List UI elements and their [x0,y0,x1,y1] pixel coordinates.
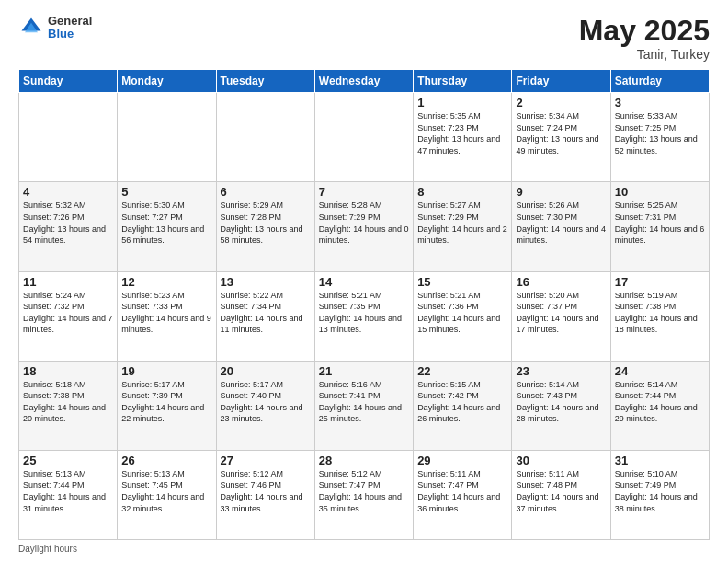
calendar-cell: 8Sunrise: 5:27 AM Sunset: 7:29 PM Daylig… [414,182,512,271]
day-info: Sunrise: 5:32 AM Sunset: 7:26 PM Dayligh… [23,200,113,246]
calendar-cell: 10Sunrise: 5:25 AM Sunset: 7:31 PM Dayli… [610,182,709,271]
day-info: Sunrise: 5:16 AM Sunset: 7:41 PM Dayligh… [319,379,409,425]
calendar-cell: 12Sunrise: 5:23 AM Sunset: 7:33 PM Dayli… [118,271,216,361]
calendar-cell: 29Sunrise: 5:11 AM Sunset: 7:47 PM Dayli… [414,450,512,539]
calendar-day-header: Monday [118,70,216,93]
day-number: 17 [615,275,705,289]
day-number: 15 [417,275,507,289]
day-number: 20 [221,364,311,378]
calendar-cell: 27Sunrise: 5:12 AM Sunset: 7:46 PM Dayli… [216,450,314,539]
calendar-cell: 4Sunrise: 5:32 AM Sunset: 7:26 PM Daylig… [19,182,118,271]
calendar-cell: 25Sunrise: 5:13 AM Sunset: 7:44 PM Dayli… [19,450,118,539]
logo-text: General Blue [48,15,92,41]
calendar-week-row: 1Sunrise: 5:35 AM Sunset: 7:23 PM Daylig… [19,93,710,182]
day-info: Sunrise: 5:34 AM Sunset: 7:24 PM Dayligh… [516,110,606,156]
day-number: 26 [121,454,211,467]
calendar-cell: 26Sunrise: 5:13 AM Sunset: 7:45 PM Dayli… [118,450,216,539]
day-number: 30 [516,454,606,467]
logo-icon [18,15,44,40]
calendar-cell [118,93,216,182]
logo: General Blue [18,15,92,41]
month-title: May 2025 [579,15,710,47]
day-number: 1 [417,96,507,109]
day-number: 25 [23,454,113,467]
calendar-cell: 28Sunrise: 5:12 AM Sunset: 7:47 PM Dayli… [314,450,413,539]
day-info: Sunrise: 5:35 AM Sunset: 7:23 PM Dayligh… [417,110,507,156]
day-info: Sunrise: 5:12 AM Sunset: 7:46 PM Dayligh… [221,468,311,514]
day-number: 16 [516,275,606,289]
calendar-cell: 31Sunrise: 5:10 AM Sunset: 7:49 PM Dayli… [610,450,709,539]
calendar-cell: 11Sunrise: 5:24 AM Sunset: 7:32 PM Dayli… [19,271,118,361]
day-info: Sunrise: 5:13 AM Sunset: 7:44 PM Dayligh… [23,468,113,514]
day-number: 3 [615,96,705,109]
day-info: Sunrise: 5:14 AM Sunset: 7:44 PM Dayligh… [615,379,705,425]
day-number: 11 [23,275,113,289]
day-info: Sunrise: 5:33 AM Sunset: 7:25 PM Dayligh… [615,110,705,156]
day-number: 24 [615,364,705,378]
day-info: Sunrise: 5:17 AM Sunset: 7:39 PM Dayligh… [121,379,211,425]
day-info: Sunrise: 5:20 AM Sunset: 7:37 PM Dayligh… [516,290,606,336]
day-info: Sunrise: 5:22 AM Sunset: 7:34 PM Dayligh… [221,290,311,336]
calendar-cell: 19Sunrise: 5:17 AM Sunset: 7:39 PM Dayli… [118,361,216,450]
day-number: 21 [319,364,409,378]
calendar-cell: 2Sunrise: 5:34 AM Sunset: 7:24 PM Daylig… [512,93,610,182]
logo-blue-text: Blue [48,28,92,40]
calendar-cell [19,93,118,182]
day-number: 12 [121,275,211,289]
day-number: 2 [516,96,606,109]
calendar-cell: 20Sunrise: 5:17 AM Sunset: 7:40 PM Dayli… [216,361,314,450]
calendar-week-row: 18Sunrise: 5:18 AM Sunset: 7:38 PM Dayli… [19,361,710,450]
page: General Blue May 2025 Tanir, Turkey Sund… [0,0,728,563]
calendar-cell [216,93,314,182]
calendar-cell: 6Sunrise: 5:29 AM Sunset: 7:28 PM Daylig… [216,182,314,271]
day-info: Sunrise: 5:23 AM Sunset: 7:33 PM Dayligh… [121,290,211,336]
day-info: Sunrise: 5:13 AM Sunset: 7:45 PM Dayligh… [121,468,211,514]
day-info: Sunrise: 5:24 AM Sunset: 7:32 PM Dayligh… [23,290,113,336]
day-number: 8 [417,185,507,199]
day-info: Sunrise: 5:29 AM Sunset: 7:28 PM Dayligh… [221,200,311,246]
day-number: 27 [221,454,311,467]
day-info: Sunrise: 5:12 AM Sunset: 7:47 PM Dayligh… [319,468,409,514]
day-number: 19 [121,364,211,378]
calendar-cell: 1Sunrise: 5:35 AM Sunset: 7:23 PM Daylig… [414,93,512,182]
calendar-cell: 14Sunrise: 5:21 AM Sunset: 7:35 PM Dayli… [314,271,413,361]
header: General Blue May 2025 Tanir, Turkey [18,15,710,62]
day-info: Sunrise: 5:30 AM Sunset: 7:27 PM Dayligh… [121,200,211,246]
calendar-cell: 21Sunrise: 5:16 AM Sunset: 7:41 PM Dayli… [314,361,413,450]
day-info: Sunrise: 5:26 AM Sunset: 7:30 PM Dayligh… [516,200,606,246]
day-info: Sunrise: 5:15 AM Sunset: 7:42 PM Dayligh… [417,379,507,425]
day-info: Sunrise: 5:25 AM Sunset: 7:31 PM Dayligh… [615,200,705,246]
day-info: Sunrise: 5:19 AM Sunset: 7:38 PM Dayligh… [615,290,705,336]
logo-general-text: General [48,15,92,28]
calendar-day-header: Friday [512,70,610,93]
day-number: 28 [319,454,409,467]
calendar-cell: 7Sunrise: 5:28 AM Sunset: 7:29 PM Daylig… [314,182,413,271]
calendar-cell: 18Sunrise: 5:18 AM Sunset: 7:38 PM Dayli… [19,361,118,450]
calendar-week-row: 11Sunrise: 5:24 AM Sunset: 7:32 PM Dayli… [19,271,710,361]
calendar-day-header: Saturday [610,70,709,93]
calendar-cell: 16Sunrise: 5:20 AM Sunset: 7:37 PM Dayli… [512,271,610,361]
day-number: 6 [221,185,311,199]
calendar-cell: 17Sunrise: 5:19 AM Sunset: 7:38 PM Dayli… [610,271,709,361]
day-number: 23 [516,364,606,378]
day-number: 29 [417,454,507,467]
day-number: 5 [121,185,211,199]
calendar-day-header: Sunday [19,70,118,93]
calendar-day-header: Tuesday [216,70,314,93]
day-info: Sunrise: 5:21 AM Sunset: 7:35 PM Dayligh… [319,290,409,336]
title-block: May 2025 Tanir, Turkey [579,15,710,62]
calendar-cell: 22Sunrise: 5:15 AM Sunset: 7:42 PM Dayli… [414,361,512,450]
day-number: 9 [516,185,606,199]
day-number: 18 [23,364,113,378]
day-info: Sunrise: 5:14 AM Sunset: 7:43 PM Dayligh… [516,379,606,425]
calendar-day-header: Wednesday [314,70,413,93]
calendar-cell: 9Sunrise: 5:26 AM Sunset: 7:30 PM Daylig… [512,182,610,271]
day-info: Sunrise: 5:10 AM Sunset: 7:49 PM Dayligh… [615,468,705,514]
day-number: 14 [319,275,409,289]
calendar-header-row: SundayMondayTuesdayWednesdayThursdayFrid… [19,70,710,93]
calendar-cell: 3Sunrise: 5:33 AM Sunset: 7:25 PM Daylig… [610,93,709,182]
calendar-cell: 5Sunrise: 5:30 AM Sunset: 7:27 PM Daylig… [118,182,216,271]
day-info: Sunrise: 5:11 AM Sunset: 7:47 PM Dayligh… [417,468,507,514]
calendar-day-header: Thursday [414,70,512,93]
calendar-cell: 13Sunrise: 5:22 AM Sunset: 7:34 PM Dayli… [216,271,314,361]
